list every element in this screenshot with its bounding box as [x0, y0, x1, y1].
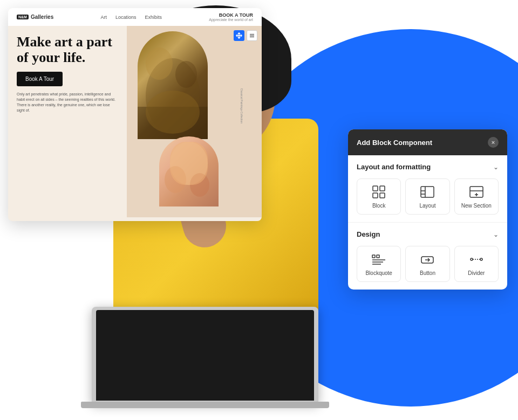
svg-rect-23 [372, 255, 375, 258]
svg-rect-1 [250, 36, 254, 36]
close-icon: × [492, 139, 495, 146]
svg-point-10 [190, 173, 209, 197]
preview-toolbar [234, 30, 257, 41]
section-header-layout[interactable]: Layout and formatting ⌄ [357, 163, 499, 171]
divider-icon [469, 252, 484, 267]
layout-label: Layout [419, 203, 435, 209]
preview-nav-cta: BOOK A TOUR Appreciate the world of art [209, 12, 253, 22]
svg-point-8 [170, 142, 208, 185]
panel-title: Add Block Component [357, 139, 432, 147]
svg-rect-7 [138, 107, 208, 139]
panel-item-block[interactable]: Block [357, 178, 401, 215]
svg-rect-14 [380, 193, 385, 198]
book-tour-button[interactable]: Book A Tour [17, 72, 63, 86]
painting-arch [138, 31, 208, 139]
svg-rect-24 [377, 255, 379, 258]
toolbar-move-btn[interactable] [234, 30, 244, 41]
button-label: Button [420, 270, 435, 276]
panel-header: Add Block Component × [348, 129, 507, 155]
new-section-icon [469, 184, 484, 199]
preview-nav: N&M Galleries Art Locations Exhibits BOO… [8, 8, 262, 26]
website-preview-card: N&M Galleries Art Locations Exhibits BOO… [8, 8, 262, 221]
svg-rect-12 [380, 186, 385, 191]
vertical-text: Classical Paintings Collection [240, 88, 243, 123]
preview-body: Make art a part of your life. Book A Tou… [8, 26, 262, 217]
preview-body-text: Only art penetrates what pride, passion,… [17, 92, 118, 113]
section-title-design: Design [357, 230, 380, 238]
blockquote-icon [371, 252, 386, 267]
svg-point-30 [471, 258, 473, 260]
svg-rect-2 [250, 37, 254, 37]
preview-left-panel: Make art a part of your life. Book A Tou… [8, 26, 127, 217]
nav-link-exhibits: Exhibits [145, 15, 162, 20]
preview-right-panel: Classical Paintings Collection [127, 26, 262, 217]
laptop-base [81, 402, 329, 408]
svg-rect-13 [373, 193, 378, 198]
nav-link-locations: Locations [115, 15, 137, 20]
panel-item-divider[interactable]: Divider [454, 246, 499, 282]
panel-item-blockquote[interactable]: Blockquote [357, 246, 401, 282]
nav-cta-main: BOOK A TOUR [209, 12, 253, 18]
preview-headline: Make art a part of your life. [17, 35, 118, 65]
block-icon [371, 184, 386, 199]
svg-point-5 [146, 47, 173, 80]
toolbar-list-btn[interactable] [247, 30, 257, 41]
painting-round [159, 136, 219, 206]
svg-rect-15 [421, 187, 434, 197]
section-title-layout: Layout and formatting [357, 163, 431, 171]
chevron-down-icon-design: ⌄ [493, 231, 499, 238]
layout-icon [420, 184, 435, 199]
panel-item-layout[interactable]: Layout [405, 178, 449, 215]
block-label: Block [372, 203, 385, 209]
panel-item-new-section[interactable]: New Section [454, 178, 499, 215]
layout-items-grid: Block Layout New S [357, 178, 499, 215]
panel-close-button[interactable]: × [488, 137, 499, 148]
panel-section-design: Design ⌄ Blockquote [348, 223, 507, 290]
preview-nav-links: Art Locations Exhibits [100, 15, 162, 20]
preview-nav-logo: N&M Galleries [17, 14, 53, 20]
chevron-down-icon: ⌄ [493, 163, 499, 171]
section-header-design[interactable]: Design ⌄ [357, 230, 499, 238]
logo-badge: N&M [17, 15, 29, 19]
button-icon [420, 252, 435, 267]
divider-label: Divider [468, 270, 485, 276]
panel-item-button[interactable]: Button [405, 246, 449, 282]
nav-link-art: Art [100, 15, 107, 20]
design-items-grid: Blockquote Button Divider [357, 246, 499, 282]
blockquote-label: Blockquote [365, 270, 392, 276]
logo-text: Galleries [31, 14, 53, 20]
panel-section-layout: Layout and formatting ⌄ Block [348, 155, 507, 223]
add-block-panel: Add Block Component × Layout and formatt… [348, 129, 507, 290]
nav-cta-sub: Appreciate the world of art [209, 18, 253, 22]
svg-point-31 [480, 258, 482, 260]
svg-rect-0 [250, 34, 254, 35]
svg-point-6 [175, 61, 197, 88]
new-section-label: New Section [461, 203, 492, 209]
svg-point-9 [165, 166, 186, 193]
svg-rect-11 [373, 186, 378, 191]
